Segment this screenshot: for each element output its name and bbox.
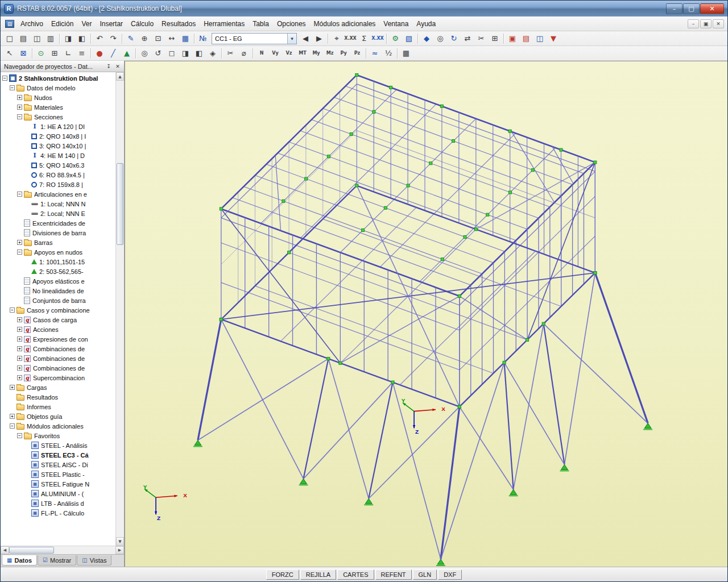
member[interactable] xyxy=(275,155,280,231)
expand-icon[interactable]: + xyxy=(17,365,22,371)
vertical-scroll-track[interactable] xyxy=(116,81,124,537)
expand-icon[interactable]: + xyxy=(10,414,15,419)
tree-item-conjuntos-de-barra[interactable]: Conjuntos de barra xyxy=(1,296,115,305)
status-toggle-refent[interactable]: REFENT xyxy=(375,569,412,580)
tab-mostrar[interactable]: ☑Mostrar xyxy=(38,555,76,566)
view-side-button[interactable]: ◨ xyxy=(179,47,192,60)
nodal-support[interactable] xyxy=(364,498,373,505)
insert-node-button[interactable]: ● xyxy=(93,47,106,60)
brace[interactable] xyxy=(328,359,369,498)
tree-item-1-1001-1501-15[interactable]: 1: 1001,1501-15 xyxy=(1,257,115,267)
tree-item-nudos[interactable]: +Nudos xyxy=(1,93,115,102)
menu-opciones[interactable]: Opciones xyxy=(273,18,310,30)
tree-item-casos-y-combinacione[interactable]: −Casos y combinacione xyxy=(1,305,115,315)
nodal-support[interactable] xyxy=(193,440,202,447)
status-toggle-cartes[interactable]: CARTES xyxy=(337,569,374,580)
node-marker[interactable] xyxy=(464,235,466,238)
collapse-icon[interactable]: − xyxy=(17,250,22,255)
tree-item-objetos-gu-a[interactable]: +Objetos guía xyxy=(1,411,115,421)
nav-prev-button[interactable]: ◀ xyxy=(299,32,312,45)
renumber-button[interactable]: № xyxy=(196,32,210,45)
status-toggle-forzc[interactable]: FORZC xyxy=(266,569,299,580)
node-marker[interactable] xyxy=(440,105,443,107)
node-marker[interactable] xyxy=(526,338,529,341)
select-arrow-button[interactable]: ↖ xyxy=(3,47,16,60)
panel-toggle-1-button[interactable]: ▣ xyxy=(506,32,519,45)
tree-item-cargas[interactable]: +Cargas xyxy=(1,383,115,392)
print-button[interactable]: ▥ xyxy=(44,32,57,45)
mirror-button[interactable]: ⇄ xyxy=(461,32,474,45)
mdi-minimize-button[interactable]: – xyxy=(688,19,699,28)
section-cut-button[interactable]: ✂ xyxy=(474,32,488,45)
zoom-prev-button[interactable]: ↺ xyxy=(151,47,165,60)
tree-item-supercombinacion[interactable]: +qSupercombinacion xyxy=(1,373,115,383)
tree-item-apoyos-el-sticos-e[interactable]: Apoyos elásticos e xyxy=(1,276,115,286)
tree-item-apoyos-en-nudos[interactable]: −Apoyos en nudos xyxy=(1,247,115,257)
expand-icon[interactable]: + xyxy=(17,346,22,351)
sum-button[interactable]: Σ xyxy=(357,32,371,45)
tree-item-3-qro-140x10[interactable]: 3: QRO 140x10 | xyxy=(1,141,115,151)
axis-arrow[interactable] xyxy=(414,410,436,411)
tree-item-resultados[interactable]: Resultados xyxy=(1,392,115,402)
node-marker[interactable] xyxy=(594,272,597,275)
result-mt-button[interactable]: MT xyxy=(296,47,309,60)
chevron-down-icon[interactable]: ▾ xyxy=(287,34,296,44)
menu-tabla[interactable]: Tabla xyxy=(249,18,273,30)
nodal-support[interactable] xyxy=(560,464,569,471)
result-vy-button[interactable]: Vy xyxy=(268,47,282,60)
vertical-scroll-thumb[interactable] xyxy=(117,163,123,246)
tree-item-2-local-nnn-e[interactable]: 2: Local; NNN E xyxy=(1,209,115,218)
node-marker[interactable] xyxy=(384,206,387,209)
node-marker[interactable] xyxy=(355,73,358,76)
status-toggle-gln[interactable]: GLN xyxy=(413,569,437,580)
node-marker[interactable] xyxy=(373,110,375,113)
column[interactable] xyxy=(504,363,514,489)
column[interactable] xyxy=(198,319,221,440)
tree-item-2-qro-140x8-i[interactable]: 2: QRO 140x8 | I xyxy=(1,131,115,141)
tree-item-favoritos[interactable]: −Favoritos xyxy=(1,431,115,440)
status-toggle-dxf[interactable]: DXF xyxy=(438,569,462,580)
tree-item-acciones[interactable]: +qAcciones xyxy=(1,325,115,334)
panel-toggle-2-button[interactable]: ▤ xyxy=(519,32,533,45)
close-button[interactable]: ✕ xyxy=(700,3,724,14)
undo-button[interactable]: ↶ xyxy=(93,32,106,45)
node-marker[interactable] xyxy=(327,155,330,158)
view-iso-button[interactable]: ◈ xyxy=(206,47,220,60)
node-marker[interactable] xyxy=(355,184,358,187)
node-marker[interactable] xyxy=(220,207,222,210)
search-button[interactable]: ⌖ xyxy=(330,32,344,45)
result-x-xx-button[interactable]: X.XX xyxy=(344,32,357,45)
edit-mode-button[interactable]: ✎ xyxy=(124,32,138,45)
collapse-icon[interactable]: − xyxy=(10,307,15,313)
node-marker[interactable] xyxy=(391,381,394,384)
member[interactable] xyxy=(380,133,515,267)
result-mz-button[interactable]: Mz xyxy=(323,47,337,60)
tree-item-articulaciones-en-e[interactable]: −Articulaciones en e xyxy=(1,189,115,199)
node-marker[interactable] xyxy=(531,169,534,172)
redo-button[interactable]: ↷ xyxy=(106,32,120,45)
expand-icon[interactable]: + xyxy=(17,336,22,342)
tree-item-combinaciones-de[interactable]: +qCombinaciones de xyxy=(1,344,115,354)
node-marker[interactable] xyxy=(458,295,461,298)
snap-node-button[interactable]: ⊙ xyxy=(34,47,48,60)
render-mode-button[interactable]: ◆ xyxy=(420,32,433,45)
tree-item-combinaciones-de[interactable]: +qCombinaciones de xyxy=(1,363,115,373)
horizontal-scroll-thumb[interactable] xyxy=(9,547,54,554)
horizontal-scrollbar[interactable]: ◀ ▶ xyxy=(1,546,124,554)
node-marker[interactable] xyxy=(542,322,545,325)
collapse-icon[interactable]: − xyxy=(17,192,22,197)
node-marker[interactable] xyxy=(220,318,222,321)
insert-member-button[interactable]: ╱ xyxy=(106,47,120,60)
result-x-xx-button[interactable]: X.XX xyxy=(371,32,384,45)
node-marker[interactable] xyxy=(305,177,308,180)
result-n-button[interactable]: N xyxy=(255,47,268,60)
collapse-icon[interactable]: − xyxy=(10,423,15,429)
result-py-button[interactable]: Py xyxy=(337,47,350,60)
tree-item-fl-pl-c-lculo[interactable]: ▦FL-PL - Cálculo xyxy=(1,508,115,518)
mdi-close-button[interactable]: ✕ xyxy=(713,19,724,28)
model-viewport[interactable]: XYZXYZ xyxy=(125,61,727,567)
menu-ver[interactable]: Ver xyxy=(77,18,96,30)
axis-arrow[interactable] xyxy=(156,496,177,497)
pin-icon[interactable]: ↧ xyxy=(104,62,113,70)
tree-item-divisiones-de-barra[interactable]: Divisiones de barra xyxy=(1,228,115,238)
